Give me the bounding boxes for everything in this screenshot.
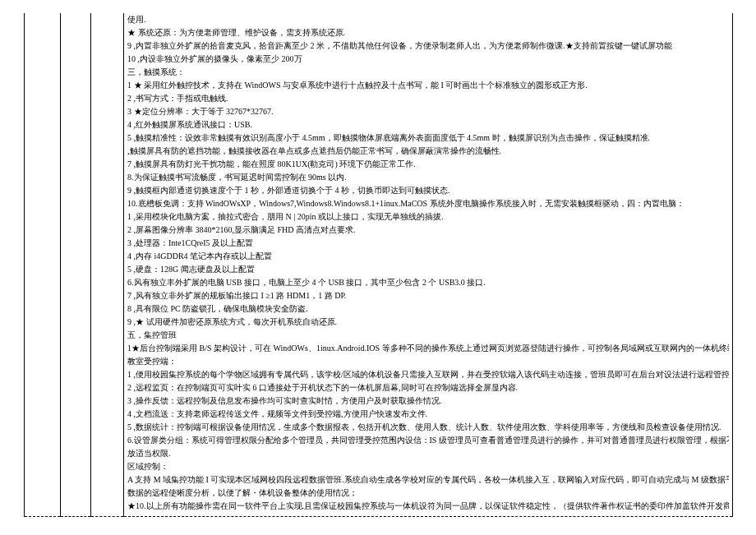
spec-line: A 支持 M 域集控功能 I 可实现本区域网校四段远程数据管班.系统自动生成各学… [127, 473, 729, 487]
spec-line: 2 ,屏幕图像分辨率 3840*2160,显示脑满足 FHD 高清点对点要求. [127, 224, 729, 237]
spec-line: 7 ,风有独立非外扩展的规板输出接口 I ≥1 路 HDM1，1 路 DP. [127, 289, 729, 302]
spec-line: 1 ★ 采用红外触控技术，支持在 WindOWS 与安卓系统中进行十点触控及十点… [127, 79, 729, 92]
spec-line: 8 ,具有限位 PC 防盗锁孔，确保电脑模块安全防盗. [127, 302, 729, 316]
spec-line: 三，触摸系统： [127, 66, 729, 79]
spec-line: 2 ,书写方式：手指或电触线. [127, 92, 729, 105]
spec-line: 5 ,硬盘：128G 闻志硬盘及以上配置 [127, 263, 729, 276]
spec-line: 3 ★定位分辨率：大于等于 32767*32767. [127, 105, 729, 118]
spec-line: 5 ,触摸精准性：设效非常触摸有效识别高度小于 4.5mm，即触摸物体屏底端离外… [127, 131, 729, 145]
spec-line: 10.底槽板免调：支持 WindOWsXP，Windows7,Windows8.… [127, 197, 729, 210]
spec-table: 使用. ★ 系统还原：为方便老师管理、维护设备，需支持系统还原. 9 ,内置非独… [24, 13, 733, 517]
spec-line: 9 ,内置非独立外扩展的拾音麦克风，拾音距离至少 2 米，不借助其他任何设备，方… [127, 39, 729, 53]
spec-line: 使用. [127, 13, 729, 26]
spec-line: 8.为保证触摸书写流畅度，书写延迟时间需控制在 90ms 以内. [127, 171, 729, 184]
content-cell: 使用. ★ 系统还原：为方便老师管理、维护设备，需支持系统还原. 9 ,内置非独… [124, 13, 733, 513]
spec-line: 9 ,触摸框内部通道切换速度个于 1 秒，外部通道切换个于 4 秒，切换币即达到… [127, 184, 729, 197]
spec-line: 五，集控管班 [127, 329, 729, 342]
spec-line: 数据的远程使晰度分析，以便了解・体机设备整体的使用情况； [127, 487, 729, 500]
spec-line: 6.设管屏类分组：系统可得管理权限分配给多个管理员，共同管理受控范围内设信：IS… [127, 434, 729, 447]
spec-line: 3 ,操作反馈：远程控制及信息发布操作均可实时查实时情，方便用户及时获取操作情况… [127, 394, 729, 408]
spec-line: 6.风有独立丰外扩展的电脑 USB 接口，电脑上至少 4 个 USB 接口，其中… [127, 276, 729, 289]
spec-line: 放适当权限. [127, 447, 729, 460]
col-3 [91, 13, 124, 513]
spec-line: 3 ,处理器：Inte1CQreI5 及以上配置 [127, 237, 729, 250]
col-1 [25, 13, 61, 513]
spec-line: 教室受控端： [127, 355, 729, 368]
spec-line: 4 ,内存 i4GDDR4 笔记本内存或以上配置 [127, 250, 729, 263]
spec-line: 7 ,触摸屏具有防灯光干扰功能，能在照度 80K1UX(勒克司) 环境下仍能正常… [127, 158, 729, 171]
spec-line: 4 ,红外触摸屏系统通讯接口：USB. [127, 118, 729, 131]
spec-line: ★10.以上所有功能操作需在同一软件平台上实现.且需保证校园集控系统与一体机设符… [127, 500, 729, 513]
spec-line: 9 ,★ 试用硬件加密还原系统方式，每次开机系统自动还原. [127, 316, 729, 329]
spec-line: ★ 系统还原：为方便老师管理、维护设备，需支持系统还原. [127, 26, 729, 39]
spec-line: ,触摸屏具有防的遮挡功能，触摸接收器在单点或多点遮挡后仍能正常书写，确保屏蔽演常… [127, 145, 729, 158]
spec-line: 2 ,远程监页：在控制端页可实叶实 6 口通接处于开机状态下的一体机屏后幕,同时… [127, 381, 729, 394]
spec-line: 5 ,数据统计：控制端可根据设备使用情况，生成多个数据报表，包括开机次数、使用人… [127, 421, 729, 434]
spec-line: 区域控制： [127, 460, 729, 473]
spec-line: 1★后台控制端采用 B/S 架构设计，可在 WindOWs、1inux.Andr… [127, 342, 729, 355]
spec-line: 1 ,采用模块化电脑方案，抽拉式密合，朋用 N | 20pin 或以上接口，实现… [127, 210, 729, 224]
spec-line: 4 ,文档流送：支持老师远程传送文件，规频等文件到受控端,方便用户快速发布文件. [127, 408, 729, 421]
spec-line: 1 ,便用校园集控系统的每个学物区域拥有专属代码，该学校/区域的体机设备只需接入… [127, 368, 729, 381]
spec-line: 10 ,内设非独立外扩展的摄像头，像素至少 200万 [127, 53, 729, 66]
col-2 [61, 13, 91, 513]
